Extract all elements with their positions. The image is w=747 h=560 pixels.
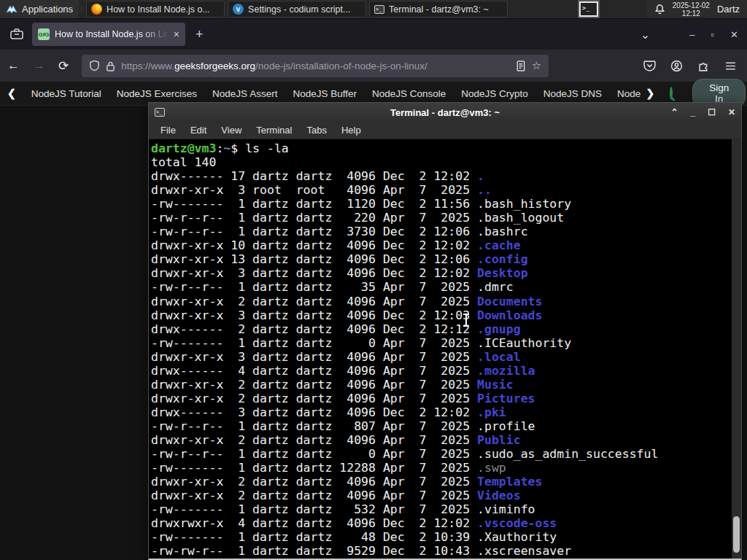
menu-hamburger-icon[interactable] bbox=[724, 61, 737, 71]
terminal-title-bar[interactable]: >_ Terminal - dartz@vm3: ~ ⌃ _ ☐ ✕ bbox=[149, 103, 741, 122]
system-tray: 2025-12-02 12:12 Dartz bbox=[647, 0, 747, 18]
site-nav-item[interactable]: NodeJS Exercises bbox=[117, 88, 197, 99]
clock-date: 2025-12-02 bbox=[673, 1, 710, 9]
terminal-line: drwxr-xr-x 3 dartz dartz 4096 Apr 7 2025… bbox=[151, 350, 741, 364]
terminal-menu-file[interactable]: File bbox=[155, 123, 182, 137]
terminal-line: -rw-r--r-- 1 dartz dartz 0 Apr 7 2025 .s… bbox=[151, 447, 741, 461]
terminal-close-button[interactable]: ✕ bbox=[728, 107, 735, 117]
tab-bar: GfG How to Install Node.js on Linux × + … bbox=[0, 19, 747, 50]
terminal-line: -rw-r--r-- 1 dartz dartz 807 Apr 7 2025 … bbox=[151, 419, 741, 433]
notification-bell-icon[interactable] bbox=[654, 4, 665, 15]
terminal-window-title: Terminal - dartz@vm3: ~ bbox=[149, 107, 741, 118]
taskbar-window-codium[interactable]: V Settings - codium script... bbox=[228, 1, 366, 18]
terminal-menu-terminal[interactable]: Terminal bbox=[250, 123, 298, 137]
https-lock-icon[interactable] bbox=[106, 61, 115, 71]
terminal-minimize-button[interactable]: _ bbox=[690, 107, 695, 117]
browser-maximize-button[interactable]: ▫ bbox=[711, 29, 714, 40]
extensions-puzzle-icon[interactable] bbox=[697, 60, 710, 72]
directory-name: .config bbox=[477, 252, 528, 266]
directory-name: .mozilla bbox=[477, 364, 535, 378]
site-nav-item[interactable]: NodeJS DNS bbox=[543, 88, 602, 99]
directory-name: Pictures bbox=[477, 392, 535, 405]
applications-label: Applications bbox=[22, 4, 73, 15]
file-name: .sudo_as_admin_successful bbox=[477, 447, 658, 461]
terminal-menu-help[interactable]: Help bbox=[336, 123, 367, 137]
terminal-line: drwxr-xr-x 10 dartz dartz 4096 Dec 2 12:… bbox=[151, 238, 741, 252]
terminal-menu-view[interactable]: View bbox=[215, 123, 247, 137]
new-tab-button[interactable]: + bbox=[196, 27, 204, 42]
taskbar-window-label: How to Install Node.js o... bbox=[107, 4, 210, 15]
terminal-shade-button[interactable]: ⌃ bbox=[670, 107, 678, 117]
terminal-scrollbar[interactable] bbox=[732, 139, 741, 559]
forward-button[interactable]: → bbox=[33, 58, 45, 73]
site-nav-item[interactable]: NodeJS Assert bbox=[212, 88, 277, 99]
back-button[interactable]: ← bbox=[7, 58, 20, 73]
url-bar[interactable]: https://www.geeksforgeeks.org/node-js/in… bbox=[82, 55, 549, 77]
url-text: https://www.geeksforgeeks.org/node-js/in… bbox=[121, 61, 510, 71]
terminal-output[interactable]: dartz@vm3:~$ ls -la total 140 drwx------… bbox=[149, 139, 741, 559]
file-name: .Xauthority bbox=[477, 530, 557, 544]
navigation-toolbar: ← → ⟳ https://www.geeksforgeeks.org/node… bbox=[0, 50, 747, 82]
account-icon[interactable] bbox=[670, 60, 683, 72]
taskbar-window-label: Terminal - dartz@vm3: ~ bbox=[389, 4, 489, 15]
reload-button[interactable]: ⟳ bbox=[58, 58, 69, 74]
directory-name: .cache bbox=[477, 238, 521, 252]
terminal-line: drwx------ 3 dartz dartz 4096 Dec 2 12:0… bbox=[151, 405, 741, 419]
clock-time: 12:12 bbox=[673, 9, 710, 18]
terminal-total-line: total 140 bbox=[151, 155, 741, 169]
prompt-user-host: dartz@vm3 bbox=[151, 141, 216, 155]
terminal-line: drwxr-xr-x 2 dartz dartz 4096 Apr 7 2025… bbox=[151, 392, 741, 405]
url-domain: geeksforgeeks.org bbox=[174, 61, 255, 71]
terminal-scrollbar-thumb[interactable] bbox=[733, 516, 740, 553]
firefox-view-icon bbox=[10, 28, 23, 40]
file-name: .bash_logout bbox=[477, 211, 564, 225]
terminal-line: drwxr-xr-x 2 dartz dartz 4096 Apr 7 2025… bbox=[151, 295, 741, 308]
terminal-menu-bar: FileEditViewTerminalTabsHelp bbox=[149, 122, 741, 139]
taskbar-window-label: Settings - codium script... bbox=[248, 4, 350, 15]
terminal-menu-edit[interactable]: Edit bbox=[185, 123, 212, 137]
site-nav-item[interactable]: NodeJS Buffer bbox=[293, 88, 357, 99]
site-nav-item[interactable]: NodeJS Tutorial bbox=[31, 88, 101, 99]
applications-menu-button[interactable]: Applications bbox=[0, 0, 79, 18]
nav-scroll-left-icon[interactable]: ❮ bbox=[7, 88, 16, 99]
terminal-line: drwxr-xr-x 3 dartz dartz 4096 Dec 2 12:0… bbox=[151, 308, 741, 322]
terminal-maximize-button[interactable]: ☐ bbox=[708, 107, 716, 117]
browser-close-button[interactable]: ✕ bbox=[730, 29, 738, 40]
tab-active[interactable]: GfG How to Install Node.js on Linux × bbox=[32, 23, 185, 46]
reader-mode-icon[interactable] bbox=[516, 61, 526, 71]
panel-clock[interactable]: 2025-12-02 12:12 bbox=[673, 1, 710, 18]
taskbar-window-terminal[interactable]: >_ Terminal - dartz@vm3: ~ bbox=[369, 1, 508, 18]
file-name: .ICEauthority bbox=[477, 336, 571, 350]
nav-scroll-right-icon[interactable]: ❯ bbox=[646, 88, 654, 99]
terminal-line: drwxr-xr-x 2 dartz dartz 4096 Apr 7 2025… bbox=[151, 475, 741, 489]
tab-close-icon[interactable]: × bbox=[174, 28, 179, 40]
firefox-view-button[interactable] bbox=[7, 25, 26, 44]
top-panel: Applications ⋮ How to Install Node.js o.… bbox=[0, 0, 747, 19]
site-nav-item[interactable]: Node bbox=[617, 88, 640, 99]
site-search-icon[interactable] bbox=[670, 87, 673, 100]
prompt-path: ~ bbox=[223, 141, 231, 155]
pocket-icon[interactable] bbox=[643, 60, 656, 72]
terminal-command: ls -la bbox=[245, 141, 289, 155]
terminal-menu-tabs[interactable]: Tabs bbox=[301, 123, 332, 137]
terminal-window: >_ Terminal - dartz@vm3: ~ ⌃ _ ☐ ✕ FileE… bbox=[148, 102, 742, 560]
directory-name: Documents bbox=[477, 295, 542, 308]
geeksforgeeks-favicon: GfG bbox=[38, 28, 50, 40]
xfce-logo-icon bbox=[6, 4, 18, 15]
bookmark-star-icon[interactable]: ☆ bbox=[532, 59, 541, 72]
list-all-tabs-chevron-icon[interactable]: ⌄ bbox=[640, 28, 650, 42]
panel-handle: ⋮ bbox=[79, 0, 85, 18]
file-name: .xscreensaver bbox=[477, 544, 571, 558]
site-nav-item[interactable]: NodeJS Console bbox=[372, 88, 446, 99]
panel-user-label: Dartz bbox=[717, 4, 740, 15]
terminal-line: drwxr-xr-x 3 root root 4096 Apr 7 2025 .… bbox=[151, 183, 741, 197]
terminal-line: -rw------- 1 dartz dartz 1120 Dec 2 11:5… bbox=[151, 197, 741, 211]
directory-name: Videos bbox=[477, 489, 521, 502]
file-name: .profile bbox=[477, 419, 535, 433]
directory-name: . bbox=[477, 169, 484, 183]
terminal-launcher-button[interactable]: >_ bbox=[574, 0, 603, 18]
site-nav-item[interactable]: NodeJS Crypto bbox=[461, 88, 528, 99]
tracking-protection-shield-icon[interactable] bbox=[89, 60, 100, 71]
browser-minimize-button[interactable]: – bbox=[689, 29, 694, 40]
taskbar-window-firefox[interactable]: How to Install Node.js o... bbox=[86, 1, 225, 18]
